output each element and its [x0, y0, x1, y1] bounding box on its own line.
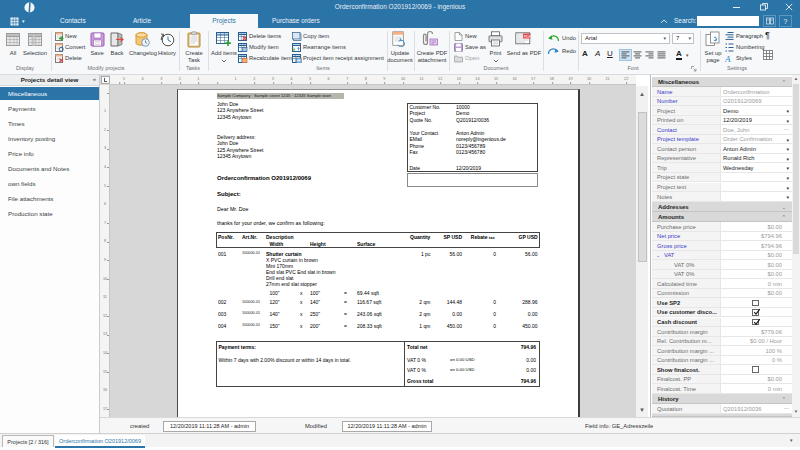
svg-text:PDF: PDF	[524, 34, 532, 39]
svg-text:A: A	[725, 54, 731, 63]
